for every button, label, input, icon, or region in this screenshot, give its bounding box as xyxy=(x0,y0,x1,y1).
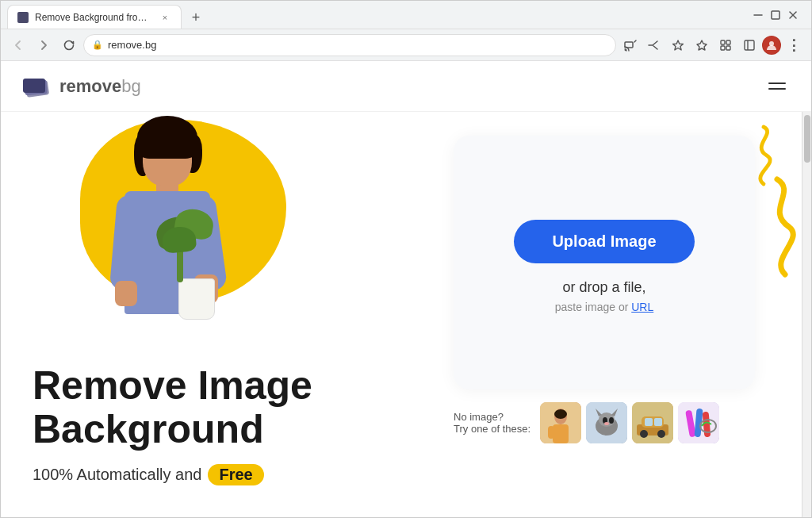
minimize-icon[interactable] xyxy=(753,10,764,21)
headline-line1: Remove Image xyxy=(33,364,394,408)
tab-close-button[interactable]: × xyxy=(159,11,171,24)
logo-icon xyxy=(20,74,53,99)
tab-favicon xyxy=(17,12,29,23)
maximize-icon[interactable] xyxy=(770,10,781,21)
hero-person-image xyxy=(72,112,262,346)
close-icon[interactable] xyxy=(787,10,799,21)
subline-text: 100% Automatically and xyxy=(33,466,201,484)
back-button[interactable] xyxy=(7,34,29,56)
page-content: removebg xyxy=(1,61,811,517)
svg-marker-6 xyxy=(697,40,707,50)
sample-image-3[interactable] xyxy=(632,402,673,443)
headline-area: Remove Image Background 100% Automatical… xyxy=(33,364,394,485)
reload-button[interactable] xyxy=(58,34,80,56)
lock-icon: 🔒 xyxy=(92,40,103,50)
site-header: removebg xyxy=(1,61,811,112)
cast-button[interactable] xyxy=(619,34,642,56)
share-button[interactable] xyxy=(643,34,665,56)
active-tab[interactable]: Remove Background from Im... × xyxy=(7,5,182,29)
svg-point-34 xyxy=(657,430,665,438)
toolbar-actions: ⋮ xyxy=(619,34,805,56)
svg-marker-5 xyxy=(673,40,684,50)
browser-toolbar: 🔒 remove.bg ⋮ xyxy=(1,29,811,61)
tab-bar: Remove Background from Im... × + xyxy=(7,1,207,29)
svg-rect-0 xyxy=(772,11,779,19)
hamburger-menu-button[interactable] xyxy=(762,76,792,96)
svg-rect-36 xyxy=(654,418,662,426)
svg-rect-7 xyxy=(721,40,725,44)
url-text: remove.bg xyxy=(108,39,607,51)
profile-button[interactable] xyxy=(762,36,781,55)
try-these-label: No image? Try one of these: xyxy=(454,411,530,435)
star-button[interactable] xyxy=(667,34,689,56)
new-tab-button[interactable]: + xyxy=(185,6,207,29)
svg-point-20 xyxy=(554,409,567,419)
scrollbar-thumb[interactable] xyxy=(804,115,810,163)
try-these-section: No image? Try one of these: xyxy=(454,402,755,443)
svg-rect-21 xyxy=(548,426,554,439)
svg-rect-10 xyxy=(726,46,730,50)
tab-title: Remove Background from Im... xyxy=(35,12,152,23)
svg-point-29 xyxy=(604,422,609,425)
bookmark-button[interactable] xyxy=(691,34,713,56)
left-side: Remove Image Background 100% Automatical… xyxy=(1,112,413,517)
svg-rect-8 xyxy=(726,40,730,44)
extensions-button[interactable] xyxy=(714,34,737,56)
paste-text: paste image or URL xyxy=(555,301,654,313)
svg-point-33 xyxy=(640,430,648,438)
sample-image-1[interactable] xyxy=(540,402,581,443)
right-side: Upload Image or drop a file, paste image… xyxy=(413,112,811,517)
main-section: Remove Image Background 100% Automatical… xyxy=(1,112,811,517)
svg-rect-11 xyxy=(745,40,754,50)
sidebar-button[interactable] xyxy=(738,34,760,56)
logo-text: removebg xyxy=(59,76,141,97)
sample-image-2[interactable] xyxy=(586,402,627,443)
svg-rect-9 xyxy=(721,46,725,50)
url-link[interactable]: URL xyxy=(631,301,653,313)
scrollbar-track[interactable] xyxy=(802,112,811,517)
main-headline: Remove Image Background xyxy=(33,364,394,451)
svg-rect-16 xyxy=(23,79,45,93)
browser-titlebar: Remove Background from Im... × + xyxy=(1,1,811,29)
svg-point-28 xyxy=(609,417,614,424)
subline: 100% Automatically and Free xyxy=(33,464,394,485)
forward-button[interactable] xyxy=(33,34,55,56)
upload-image-button[interactable]: Upload Image xyxy=(514,220,694,263)
svg-point-4 xyxy=(625,49,626,51)
upload-card: Upload Image or drop a file, paste image… xyxy=(454,136,755,389)
svg-rect-35 xyxy=(645,418,653,426)
logo-area: removebg xyxy=(20,74,141,99)
svg-rect-19 xyxy=(553,424,569,443)
drop-text: or drop a file, xyxy=(562,279,645,296)
sample-images xyxy=(540,402,719,443)
person-body xyxy=(100,116,235,346)
squiggle-right-decoration xyxy=(761,175,805,278)
chrome-menu-button[interactable]: ⋮ xyxy=(783,34,805,56)
headline-line2: Background xyxy=(33,408,394,451)
free-badge: Free xyxy=(208,464,263,485)
address-bar[interactable]: 🔒 remove.bg xyxy=(83,34,616,56)
browser-frame: Remove Background from Im... × + 🔒 remov… xyxy=(0,0,812,518)
sample-image-4[interactable] xyxy=(678,402,719,443)
